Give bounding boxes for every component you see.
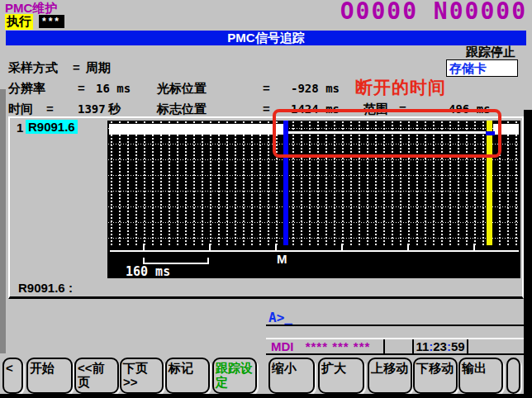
signal-row-index: 1 — [17, 121, 23, 135]
softkey-zoom-out[interactable]: 缩小 — [268, 358, 315, 394]
mark-pos-label: 标志位置 — [157, 102, 207, 117]
softkey-page-left[interactable]: < — [2, 358, 23, 394]
softkey-mark[interactable]: 标记 — [165, 358, 210, 394]
cursor-pos-value: -928 ms — [291, 82, 340, 95]
mode-indicator: MDI **** *** *** — [266, 339, 385, 353]
status-bar: MDI **** *** *** 11:23:59 — [266, 338, 529, 355]
softkey-next-page[interactable]: 下页>> — [120, 358, 164, 394]
status-spacer-1 — [385, 339, 414, 353]
mode-label: MDI — [271, 339, 294, 353]
softkey-output[interactable]: 输出 — [458, 358, 503, 394]
program-number: O0000 N00000 — [340, 0, 527, 25]
softkey-start[interactable]: 开始 — [26, 358, 73, 394]
clock-seconds: 59 — [451, 339, 465, 353]
time-ruler — [110, 250, 519, 252]
right-edge-strip — [524, 110, 532, 398]
left-edge-strip — [0, 89, 6, 353]
prompt-underline — [266, 325, 529, 326]
softkey-move-down[interactable]: 下移动 — [413, 358, 458, 394]
time-eq: = — [46, 102, 54, 116]
media-card-field[interactable]: 存储卡 — [446, 59, 518, 77]
clock: 11:23:59 — [414, 339, 468, 353]
mark-indicator: M — [277, 252, 287, 266]
cursor-pos-eq: = — [263, 81, 270, 95]
command-prompt[interactable]: A>_ — [268, 310, 292, 325]
waveform-high-segment-1 — [109, 124, 284, 135]
softkey-blank-end[interactable] — [506, 358, 520, 394]
status-spacer-2 — [468, 339, 529, 353]
sampling-value: 周期 — [86, 60, 111, 76]
page-title: PMC信号追踪 — [6, 31, 526, 45]
time-ruler-ticks — [143, 244, 476, 250]
pmc-trace-screen: PMC维护 执行 *** O0000 N00000 PMC信号追踪 跟踪停止 存… — [0, 0, 532, 398]
annotation-text: 断开的时间 — [355, 76, 446, 99]
scale-label: 160 ms — [126, 264, 170, 279]
annotation-rectangle — [273, 109, 501, 158]
bottom-edge-strip — [0, 394, 532, 398]
clock-hours: 11 — [416, 339, 429, 353]
softkey-prev-page[interactable]: <<前页 — [74, 358, 119, 394]
signal-name-highlight[interactable]: R9091.6 — [26, 120, 78, 134]
mode-stars: **** *** *** — [306, 339, 371, 353]
softkey-move-up[interactable]: 上移动 — [368, 358, 412, 394]
clock-minutes: 23 — [433, 339, 447, 353]
time-value: 1397 — [78, 102, 106, 116]
softkey-zoom-in[interactable]: 扩大 — [318, 358, 364, 394]
resolution-eq: = — [78, 81, 85, 95]
softkey-trace-setting[interactable]: 跟踪设定 — [212, 358, 257, 394]
resolution-label: 分辨率 — [8, 81, 45, 97]
exec-status-badge: 执行 — [5, 14, 33, 30]
signal-footer-label: R9091.6 : — [18, 281, 73, 295]
exec-stars-badge: *** — [39, 15, 64, 28]
sampling-label: 采样方式 — [8, 60, 58, 76]
scale-bracket — [143, 258, 209, 264]
time-label: 时间 — [8, 102, 33, 117]
resolution-value: 16 ms — [96, 82, 131, 95]
cursor-pos-label: 光标位置 — [157, 81, 207, 97]
sampling-eq: = — [73, 60, 80, 74]
mark-pos-eq: = — [263, 102, 270, 116]
time-unit: 秒 — [108, 102, 121, 117]
